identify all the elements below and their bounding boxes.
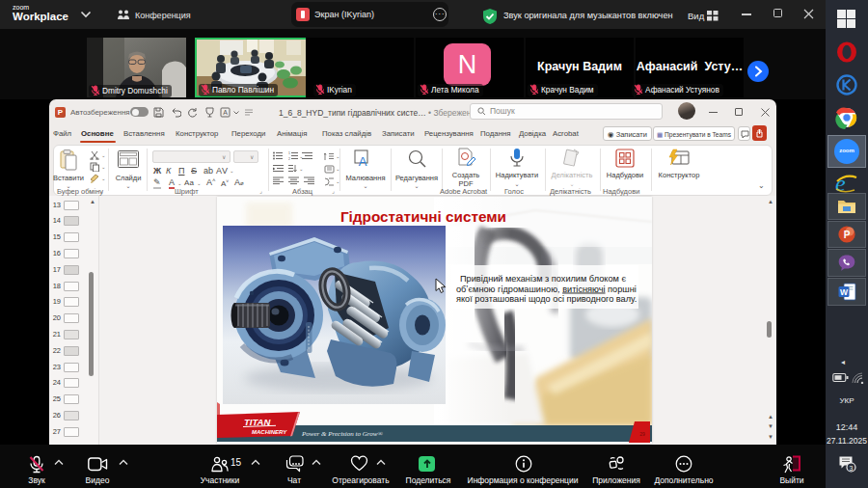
svg-text:MACHINERY: MACHINERY [252,429,287,435]
svg-text:Привідний механізм з похилим б: Привідний механізм з похилим блоком є [460,274,626,284]
svg-text:A: A [223,109,228,116]
svg-text:якої розташовані щодо осі прив: якої розташовані щодо осі приводного вал… [456,294,637,304]
svg-text:29: 29 [639,431,645,437]
svg-text:3: 3 [850,465,854,472]
svg-text:A: A [359,154,367,169]
svg-text:W: W [840,287,849,297]
svg-text:обʼємною гідромашиною, витісня: обʼємною гідромашиною, витісняючі поршні [456,285,637,294]
svg-text:1: 1 [288,151,290,155]
svg-text:P: P [844,230,851,240]
svg-text:2: 2 [288,157,290,161]
svg-text:Power & Precision to Grow®: Power & Precision to Grow® [301,430,383,438]
svg-text:Гідростатичні системи: Гідростатичні системи [340,208,506,225]
